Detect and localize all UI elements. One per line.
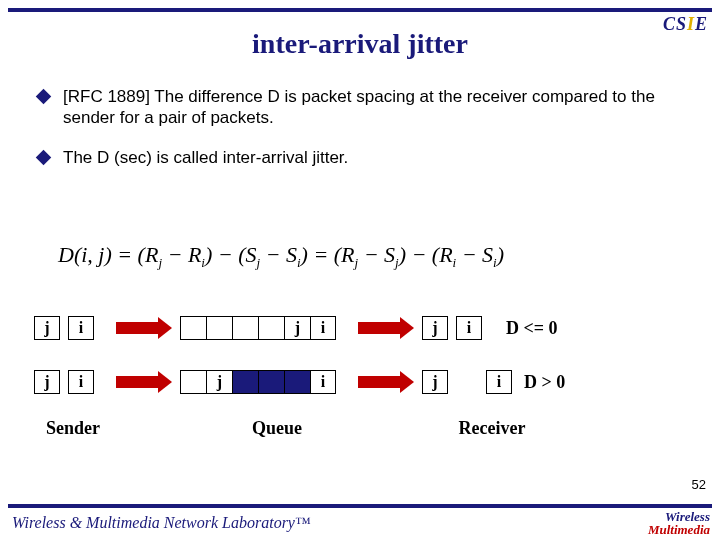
footer-logo-line2: Multimedia xyxy=(648,522,710,537)
bottom-rule xyxy=(8,504,712,508)
label-sender: Sender xyxy=(34,418,162,439)
queue-cell-filled xyxy=(258,370,284,394)
bullet-item: The D (sec) is called inter-arrival jitt… xyxy=(38,147,682,168)
sub: j xyxy=(256,255,260,270)
bullet-text: The D (sec) is called inter-arrival jitt… xyxy=(63,147,348,168)
term: R xyxy=(188,242,201,267)
queue-packet-i: i xyxy=(310,370,336,394)
packet-box-j: j xyxy=(422,316,448,340)
queue: j i xyxy=(180,370,336,394)
packet-box-i: i xyxy=(68,370,94,394)
queue-packet-i: i xyxy=(310,316,336,340)
queue-packet-j: j xyxy=(206,370,232,394)
sub: i xyxy=(453,255,457,270)
bullet-list: [RFC 1889] The difference D is packet sp… xyxy=(38,86,682,186)
sub: j xyxy=(355,255,359,270)
arrow-icon xyxy=(116,320,172,336)
term: S xyxy=(245,242,256,267)
bullet-icon xyxy=(36,149,52,165)
sub: i xyxy=(297,255,301,270)
formula: D(i, j) = (Rj − Ri) − (Sj − Si) = (Rj − … xyxy=(58,242,504,271)
d-label-gt: D > 0 xyxy=(524,372,565,393)
queue: j i xyxy=(180,316,336,340)
footer-text: Wireless & Multimedia Network Laboratory… xyxy=(12,514,311,532)
bullet-item: [RFC 1889] The difference D is packet sp… xyxy=(38,86,682,129)
packet-box-j: j xyxy=(34,316,60,340)
queue-cell-filled xyxy=(284,370,310,394)
queue-cell xyxy=(180,316,206,340)
diagram-row: j i j i j i D <= 0 xyxy=(34,314,565,342)
packet-box-i: i xyxy=(486,370,512,394)
term: R xyxy=(341,242,354,267)
label-receiver: Receiver xyxy=(392,418,592,439)
queue-cell xyxy=(258,316,284,340)
top-rule xyxy=(8,8,712,12)
sub: j xyxy=(158,255,162,270)
arrow-icon xyxy=(358,374,414,390)
queue-cell-filled xyxy=(232,370,258,394)
queue-cell xyxy=(232,316,258,340)
packet-box-i: i xyxy=(456,316,482,340)
arrow-icon xyxy=(358,320,414,336)
bullet-icon xyxy=(36,89,52,105)
term: S xyxy=(286,242,297,267)
sub: i xyxy=(201,255,205,270)
diagram-row: j i j i j i D > 0 xyxy=(34,368,565,396)
timing-diagram: j i j i j i D <= 0 j i j xyxy=(34,314,565,422)
term: R xyxy=(145,242,158,267)
sub: j xyxy=(395,255,399,270)
term: S xyxy=(384,242,395,267)
packet-box-j: j xyxy=(34,370,60,394)
sub: i xyxy=(493,255,497,270)
queue-cell xyxy=(180,370,206,394)
page-number: 52 xyxy=(692,477,706,492)
queue-packet-j: j xyxy=(284,316,310,340)
slide-title: inter-arrival jitter xyxy=(0,28,720,60)
queue-cell xyxy=(206,316,232,340)
term: R xyxy=(439,242,452,267)
formula-lhs: D(i, j) xyxy=(58,242,112,267)
term: S xyxy=(482,242,493,267)
packet-box-j: j xyxy=(422,370,448,394)
packet-box-i: i xyxy=(68,316,94,340)
arrow-icon xyxy=(116,374,172,390)
footer-logo: Wireless Multimedia xyxy=(648,510,710,536)
label-queue: Queue xyxy=(162,418,392,439)
d-label-le: D <= 0 xyxy=(506,318,558,339)
column-labels: Sender Queue Receiver xyxy=(34,418,674,439)
bullet-text: [RFC 1889] The difference D is packet sp… xyxy=(63,86,682,129)
